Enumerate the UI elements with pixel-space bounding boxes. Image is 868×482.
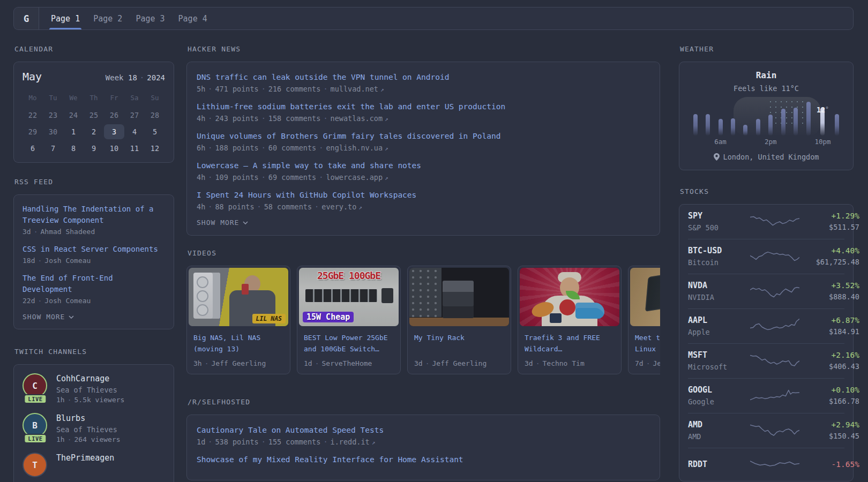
rss-item-link[interactable]: The End of Front-EndDevelopment: [23, 273, 165, 295]
reddit-item-link[interactable]: Showcase of my Mixed Reality Interface f…: [197, 454, 650, 465]
hn-item-domain-link[interactable]: english.nv.ua↗: [326, 144, 388, 152]
tab-page-1[interactable]: Page 1: [51, 7, 80, 29]
weather-location: London, United Kingdom: [688, 153, 844, 161]
channel-name: Blurbs: [56, 413, 121, 423]
tab-page-3[interactable]: Page 3: [136, 7, 164, 29]
hn-item-link[interactable]: DNS traffic can leak outside the VPN tun…: [197, 71, 650, 83]
video-card[interactable]: Traefik 3 and FREEWildcard… 3d·Techno Ti…: [518, 266, 622, 374]
video-card[interactable]: LIL NAS Big NAS, Lil NAS(moving 13) 3h·J…: [186, 266, 290, 374]
hn-item-link[interactable]: Unique volumes of Brothers Grimm fairy t…: [197, 130, 650, 142]
stock-row[interactable]: AAPLApple +6.87%$184.91: [688, 308, 844, 343]
external-link-icon: ↗: [372, 439, 376, 446]
stock-row[interactable]: RDDT -1.65%: [688, 448, 844, 481]
tab-page-2[interactable]: Page 2: [93, 7, 122, 29]
video-card[interactable]: FAST Meet the newLinux Cluster 7d·Jeff G…: [628, 266, 660, 374]
stock-row[interactable]: NVDANVIDIA +3.52%$888.40: [688, 274, 844, 308]
calendar-day: 30: [43, 124, 63, 139]
stock-row[interactable]: MSFTMicrosoft +2.16%$406.43: [688, 343, 844, 378]
stock-sparkline: [750, 247, 799, 266]
stock-sparkline: [750, 455, 799, 474]
rss-item-link[interactable]: CSS in React Server Components: [23, 244, 165, 255]
dot-separator: ·: [68, 435, 72, 443]
calendar-day: 22: [23, 108, 43, 123]
calendar-day: 8: [63, 141, 84, 156]
stock-row[interactable]: SPYS&P 500 +1.29%$511.57: [688, 205, 844, 239]
stock-price: $61,725.48: [799, 258, 859, 266]
twitch-channel-row[interactable]: T ThePrimeagen: [23, 453, 165, 480]
hn-item-link[interactable]: I Spent 24 Hours with GitHub Copilot Wor…: [197, 189, 650, 201]
dot-separator: ·: [208, 202, 212, 211]
hn-item-domain-link[interactable]: every.to↗: [321, 202, 362, 211]
channel-viewers: 1h·264 viewers: [56, 435, 121, 443]
dot-separator: ·: [38, 297, 42, 305]
calendar-day: 7: [43, 141, 63, 156]
dot-separator: ·: [208, 114, 212, 123]
reddit-item: Showcase of my Mixed Reality Interface f…: [197, 454, 650, 465]
rss-widget: Handling The Indentation of aTreeview Co…: [13, 194, 174, 329]
video-card[interactable]: 25GbE 100GbE 15W Cheap BEST Low Power 25…: [297, 266, 401, 374]
stock-price: $511.57: [799, 223, 859, 231]
channel-name: CohhCarnage: [56, 374, 124, 383]
twitch-channel-row[interactable]: C LIVE CohhCarnage Sea of Thieves 1h·5.5…: [23, 373, 165, 404]
reddit-item-domain-link[interactable]: i.redd.it↗: [331, 438, 376, 446]
weather-bar: [693, 114, 698, 135]
tab-page-4[interactable]: Page 4: [178, 7, 207, 29]
calendar-day: 9: [84, 141, 104, 156]
live-badge: LIVE: [24, 394, 47, 404]
video-title: BEST Low Power 25GbEand 100GbE Switch…: [304, 332, 394, 355]
rss-item-link[interactable]: Handling The Indentation of aTreeview Co…: [23, 204, 165, 226]
rss-item: The End of Front-EndDevelopment 22d·Josh…: [23, 273, 165, 305]
video-title: Meet the newLinux Cluster: [635, 332, 660, 355]
calendar-day: 25: [84, 108, 104, 123]
hn-item-link[interactable]: Lowercase – A simple way to take and sha…: [197, 160, 650, 171]
stock-sparkline: [750, 317, 799, 336]
stock-change: +2.94%: [799, 420, 859, 429]
video-thumbnail: 25GbE 100GbE 15W Cheap: [299, 268, 399, 326]
stock-sparkline: [750, 421, 799, 440]
reddit-item-link[interactable]: Cautionary Tale on Automated Speed Tests: [197, 424, 650, 436]
thumbnail-caption: 25GbE 100GbE: [299, 270, 399, 281]
external-link-icon: ↗: [385, 116, 388, 123]
twitch-channel-row[interactable]: B LIVE Blurbs Sea of Thieves 1h·264 view…: [23, 413, 165, 443]
calendar-day: 2: [84, 124, 104, 139]
weather-bar: [794, 108, 798, 135]
stock-row[interactable]: BTC-USDBitcoin +4.40%$61,725.48: [688, 239, 844, 274]
rss-section-title: RSS FEED: [14, 178, 174, 186]
stock-ticker: AMD: [688, 420, 750, 430]
stock-change: +1.29%: [799, 212, 859, 220]
video-card[interactable]: My Tiny Rack 3d·Jeff Geerling: [407, 266, 511, 374]
dot-separator: ·: [536, 359, 540, 367]
dot-separator: ·: [205, 359, 209, 367]
stock-name: AMD: [688, 432, 750, 441]
calendar-day: 28: [145, 108, 165, 123]
weather-hourly-chart: 6am 2pm 12° 10pm: [688, 100, 844, 147]
app-logo[interactable]: G: [14, 7, 39, 29]
dot-separator: ·: [208, 438, 212, 446]
channel-name: ThePrimeagen: [56, 453, 114, 463]
dot-separator: ·: [208, 85, 212, 93]
rss-item: CSS in React Server Components 18d·Josh …: [23, 244, 165, 265]
stock-ticker: MSFT: [688, 350, 750, 360]
hn-item-link[interactable]: Lithium-free sodium batteries exit the l…: [197, 101, 650, 112]
video-title: Big NAS, Lil NAS(moving 13): [193, 332, 283, 355]
external-link-icon: ↗: [385, 145, 388, 152]
weather-time-label: 10pm: [814, 138, 830, 147]
hn-item-domain-link[interactable]: mullvad.net↗: [331, 85, 384, 93]
stock-ticker: RDDT: [688, 460, 750, 469]
stock-row[interactable]: AMDAMD +2.94%$150.45: [688, 413, 844, 448]
video-thumbnail: [409, 268, 509, 326]
weather-widget: Rain Feels like 11°C 6am 2pm: [679, 62, 854, 170]
hn-show-more-button[interactable]: SHOW MORE: [197, 219, 650, 228]
stock-row[interactable]: GOOGLGoogle +0.10%$166.78: [688, 378, 844, 413]
hn-item-domain-link[interactable]: newatlas.com↗: [331, 114, 388, 123]
dot-separator: ·: [261, 144, 266, 152]
hn-item-domain-link[interactable]: lowercase.app↗: [326, 173, 388, 182]
stock-sparkline: [750, 351, 799, 371]
dot-separator: ·: [323, 85, 327, 93]
rss-show-more-button[interactable]: SHOW MORE: [23, 313, 165, 322]
hn-item-meta: 4h·243 points·158 comments·newatlas.com↗: [197, 114, 650, 123]
dot-separator: ·: [323, 114, 327, 123]
calendar-day-selected: 3: [104, 124, 124, 139]
calendar-grid: Mo Tu We Th Fr Sa Su 22 23 24 25 26 27 2…: [23, 92, 165, 156]
stock-ticker: GOOGL: [688, 385, 750, 395]
